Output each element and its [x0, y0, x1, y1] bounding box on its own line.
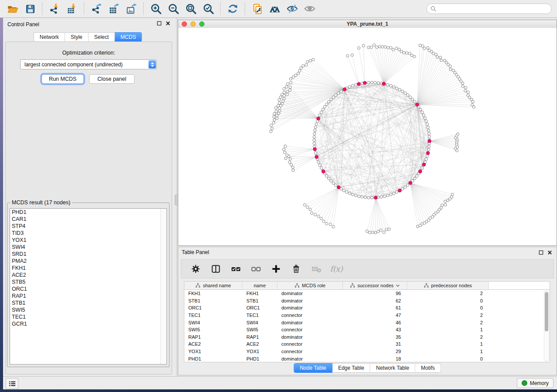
show-all-button[interactable]: [301, 1, 318, 16]
graph-node[interactable]: [322, 220, 325, 223]
graph-node[interactable]: [413, 100, 416, 103]
mcds-result-item[interactable]: FKH1: [10, 265, 166, 272]
graph-node[interactable]: [419, 108, 422, 111]
graph-node[interactable]: [297, 72, 300, 75]
graph-node[interactable]: [381, 45, 384, 48]
graph-node[interactable]: [340, 90, 343, 93]
save-button[interactable]: [21, 1, 39, 16]
graph-node[interactable]: [285, 86, 288, 88]
graph-node[interactable]: [446, 199, 449, 202]
graph-node[interactable]: [270, 130, 272, 133]
graph-node[interactable]: [286, 154, 288, 156]
graph-node[interactable]: [405, 52, 408, 54]
close-panel-icon[interactable]: [547, 250, 552, 255]
graph-node[interactable]: [380, 196, 383, 198]
graph-node[interactable]: [289, 89, 291, 91]
graph-node[interactable]: [416, 225, 419, 228]
function-builder-button[interactable]: f(x): [331, 263, 342, 275]
graph-node[interactable]: [395, 191, 398, 193]
graph-node[interactable]: [283, 148, 285, 151]
graph-node[interactable]: [289, 78, 292, 80]
graph-node[interactable]: [289, 158, 291, 160]
graph-node[interactable]: [423, 47, 426, 50]
graph-node[interactable]: [413, 177, 416, 180]
graph-node[interactable]: [332, 182, 335, 184]
mcds-result-item[interactable]: TEC1: [10, 313, 166, 320]
graph-node[interactable]: [314, 126, 317, 129]
graph-node[interactable]: [435, 53, 437, 56]
graph-node[interactable]: [348, 86, 351, 88]
graph-node[interactable]: [351, 193, 354, 196]
graph-node[interactable]: [320, 217, 322, 220]
zoom-fit-button[interactable]: [182, 1, 200, 16]
graph-node[interactable]: [278, 110, 281, 112]
graph-node[interactable]: [386, 194, 389, 197]
graph-node-highlight[interactable]: [313, 148, 317, 151]
graph-node[interactable]: [473, 106, 475, 108]
graph-node[interactable]: [373, 44, 375, 46]
run-mcds-button[interactable]: Run MCDS: [42, 74, 84, 84]
search-box[interactable]: [426, 3, 552, 14]
graph-node[interactable]: [374, 231, 377, 234]
graph-node[interactable]: [290, 163, 293, 166]
mcds-list-scrollbar[interactable]: [160, 209, 166, 364]
close-panel-button[interactable]: Close panel: [89, 74, 135, 84]
graph-node[interactable]: [278, 99, 280, 101]
graph-node[interactable]: [283, 91, 286, 94]
graph-node[interactable]: [406, 184, 409, 186]
refresh-button[interactable]: [224, 1, 242, 16]
search-input[interactable]: [439, 5, 548, 12]
graph-node[interactable]: [354, 83, 357, 86]
minimize-window-icon[interactable]: [190, 21, 196, 27]
graph-node[interactable]: [385, 228, 387, 231]
graph-node[interactable]: [309, 208, 311, 211]
graph-node-highlight[interactable]: [426, 151, 430, 155]
graph-node[interactable]: [366, 230, 368, 233]
graph-node[interactable]: [289, 86, 291, 89]
graph-node[interactable]: [292, 169, 294, 172]
column-header-shared-name[interactable]: shared name: [184, 282, 242, 289]
task-history-button[interactable]: [6, 378, 18, 389]
graph-node[interactable]: [298, 69, 301, 72]
graph-node[interactable]: [313, 139, 315, 141]
graph-node[interactable]: [276, 117, 278, 120]
close-window-icon[interactable]: [182, 21, 187, 27]
graph-node[interactable]: [449, 68, 452, 71]
graph-node[interactable]: [427, 129, 430, 132]
graph-node[interactable]: [378, 45, 381, 48]
show-column-button[interactable]: [210, 263, 221, 275]
graph-node[interactable]: [370, 81, 373, 84]
graph-node[interactable]: [401, 188, 404, 190]
graph-node[interactable]: [383, 231, 385, 234]
graph-node[interactable]: [409, 96, 412, 99]
graph-node-highlight[interactable]: [398, 189, 401, 193]
graph-node-highlight[interactable]: [315, 155, 318, 159]
tab-mcds[interactable]: MCDS: [115, 32, 142, 42]
graph-node[interactable]: [404, 92, 406, 94]
graph-node[interactable]: [351, 54, 353, 56]
mcds-result-item[interactable]: PMA2: [10, 258, 166, 265]
graph-node[interactable]: [325, 175, 328, 177]
graph-node[interactable]: [451, 193, 453, 196]
graph-node[interactable]: [357, 47, 360, 49]
graph-node[interactable]: [309, 59, 311, 62]
close-panel-icon[interactable]: [166, 21, 170, 26]
graph-node[interactable]: [441, 204, 443, 206]
graph-node[interactable]: [427, 126, 429, 129]
graph-node[interactable]: [456, 149, 458, 152]
graph-node[interactable]: [291, 166, 294, 168]
graph-node[interactable]: [320, 167, 322, 169]
graph-node[interactable]: [354, 194, 357, 197]
graph-node[interactable]: [279, 96, 282, 98]
graph-node[interactable]: [464, 86, 467, 89]
graph-node[interactable]: [302, 65, 304, 67]
graph-node-highlight[interactable]: [317, 117, 320, 120]
graph-node[interactable]: [384, 45, 387, 48]
graph-node[interactable]: [367, 81, 370, 84]
mcds-result-item[interactable]: STB5: [10, 279, 166, 285]
graph-node[interactable]: [364, 196, 367, 199]
delete-column-button[interactable]: [291, 263, 302, 275]
graph-node[interactable]: [313, 142, 315, 144]
graph-node[interactable]: [395, 47, 398, 50]
mcds-result-item[interactable]: ACE2: [10, 272, 166, 279]
